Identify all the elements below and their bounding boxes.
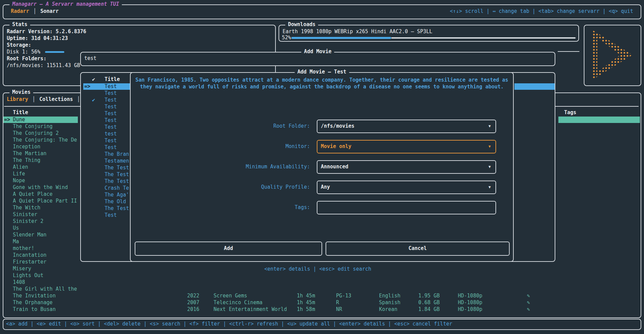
library-detail-row[interactable]: 2022 Screen Gems 1h 45m PG-13 English 1.… [0, 292, 644, 299]
library-tabs: LibraryCollections [7, 96, 84, 102]
movie-title: The Conjuring 2 [13, 130, 59, 137]
form-field: Monitor: Movie only ▼ [131, 140, 513, 153]
dropdown-arrow-icon: ▼ [488, 124, 491, 128]
movie-title: Slender Man [13, 231, 46, 238]
result-title: Testamen [105, 158, 129, 164]
selected-row-tags-highlight [558, 117, 640, 123]
library-tags-header: Tags [564, 109, 576, 116]
search-input[interactable]: test [84, 55, 96, 62]
top-hints: <↑↓> scroll | ↔ change tab | <tab> chang… [450, 8, 633, 14]
field-dropdown[interactable]: ▼ [317, 201, 496, 214]
form-field: Root Folder: /nfs/movies ▼ [131, 120, 513, 133]
download-progress-filled [291, 37, 391, 39]
movie-title: The Conjuring: The De [13, 137, 77, 143]
result-title: The Bran [105, 151, 129, 158]
movie-title: Alien [13, 164, 28, 170]
movie-title: Life [13, 170, 25, 177]
footer-hints: <a> add | <e> edit | <o> sort | <del> de… [6, 321, 452, 327]
movie-title: The Martian [13, 150, 46, 157]
tab-radarr[interactable]: Radarr [11, 8, 40, 14]
movie-title: Nope [13, 177, 25, 184]
footer-bar: <a> add | <e> edit | <o> sort | <del> de… [3, 319, 641, 330]
movie-title: Incantation [13, 252, 46, 258]
field-label: Minimum Availability: [131, 164, 310, 170]
field-value: /nfs/movies [321, 123, 354, 129]
movie-title: mother! [13, 245, 34, 252]
field-dropdown[interactable]: Any ▼ [317, 181, 496, 194]
download-progress-remaining [391, 37, 576, 39]
edit-pencil-icon: ✎ [527, 306, 530, 313]
result-title: The Test [105, 164, 129, 171]
top-bar: Managarr – A Servarr management TUI Rada… [3, 4, 641, 19]
edit-pencil-icon: ✎ [527, 292, 530, 299]
add-button[interactable]: Add [135, 242, 322, 256]
movie-title: Ma [13, 238, 19, 245]
movie-title: Sinister 2 [13, 218, 43, 225]
library-detail-row[interactable]: 2016 Next Entertainment World 1h 58m NR … [0, 306, 644, 313]
add-movie-dialog: Add Movie – Test San Francisco, 1985. Tw… [130, 72, 514, 262]
movie-title: The Thing [13, 157, 40, 164]
movie-quality: HD-1080p [458, 299, 482, 306]
movie-year: 2022 [187, 292, 199, 299]
selected-result-right-fragment [514, 83, 555, 90]
edit-pencil-icon: ✎ [527, 299, 530, 306]
movie-size: 1.95 GB [418, 292, 440, 299]
results-footer-area: <enter> details | <esc> edit search [81, 263, 555, 292]
movie-runtime: 1h 45m [297, 292, 315, 299]
dropdown-arrow-icon: ▼ [488, 185, 491, 189]
storage-label: Storage: [7, 42, 86, 48]
result-title: Test [105, 144, 117, 151]
field-dropdown[interactable]: Announced ▼ [317, 160, 496, 174]
tab-library[interactable]: Library [7, 96, 39, 102]
results-title-header: Title [105, 76, 120, 82]
movie-title: 1408 [13, 279, 25, 286]
field-dropdown[interactable]: Movie only ▼ [317, 140, 496, 153]
managarr-app: Managarr – A Servarr management TUI Rada… [0, 0, 644, 334]
downloads-panel: Downloads Earth 1998 1080p WEBRip x265 H… [279, 25, 579, 42]
movie-title: Gone with the Wind [13, 184, 68, 191]
movie-title: The Conjuring [13, 123, 52, 130]
result-title: The Test [105, 171, 129, 178]
movie-title: Lights Out [13, 272, 43, 279]
managarr-logo [593, 30, 632, 80]
tab-sonarr[interactable]: Sonarr [40, 8, 59, 14]
downloads-panel-title: Downloads [285, 21, 318, 27]
result-title: Test [105, 97, 117, 103]
cancel-button[interactable]: Cancel [326, 242, 510, 256]
result-title: Test [105, 90, 117, 97]
movie-description-line2: they navigate a world full of risks and … [131, 84, 513, 90]
results-hints: <enter> details | <esc> edit search [81, 263, 555, 272]
movie-quality: HD-1080p [458, 292, 482, 299]
field-value: Any [321, 184, 330, 190]
add-movie-search-box[interactable]: Add Movie test [80, 52, 555, 66]
movie-runtime: 1h 58m [297, 306, 315, 313]
dropdown-arrow-icon: ▼ [488, 144, 491, 149]
result-title: Test [105, 103, 117, 110]
result-title: Test [105, 124, 117, 130]
movie-description-line1: San Francisco, 1985. Two opposites attra… [131, 77, 513, 83]
movie-rating: PG-13 [336, 292, 351, 299]
movie-size: 1.84 GB [418, 306, 440, 313]
movie-title: A Quiet Place [13, 191, 52, 197]
library-panel-title: Movies [9, 89, 33, 95]
result-title: Test [105, 110, 117, 117]
library-detail-row[interactable]: 2007 Telecinco Cinema 1h 45m R Spanish 0… [0, 299, 644, 306]
radarr-version: Radarr Version: 5.2.6.8376 [7, 28, 86, 35]
dialog-form: Root Folder: /nfs/movies ▼ Monitor: Movi… [131, 120, 513, 221]
tab-collections[interactable]: Collections [39, 96, 84, 102]
library-title-header: Title [13, 109, 28, 116]
field-value: Announced [321, 164, 348, 170]
field-dropdown[interactable]: /nfs/movies ▼ [317, 120, 496, 133]
root-folder-size: /nfs/movies: 11511.43 GB [7, 62, 86, 69]
movie-rating: R [336, 299, 339, 306]
add-movie-search-title: Add Movie [301, 48, 334, 55]
root-folders-label: Root Folders: [7, 55, 86, 62]
result-title: Crash Te [105, 185, 129, 191]
dialog-title: Add Movie – Test [295, 69, 349, 75]
result-title: The Aga' [105, 191, 129, 198]
servarr-tabs: RadarrSonarr [11, 8, 59, 14]
app-title: Managarr – A Servarr management TUI [9, 1, 122, 7]
movie-title: Dune [13, 116, 25, 123]
movie-language: Korean [379, 306, 397, 313]
field-label: Root Folder: [131, 123, 310, 129]
